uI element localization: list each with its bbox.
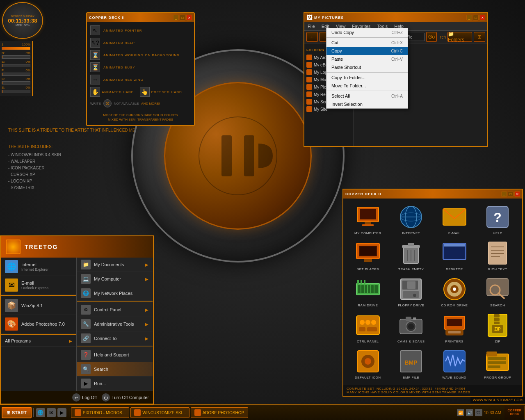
menu-internet[interactable]: 🌐 Internet Internet Explorer [1, 258, 76, 276]
svg-rect-65 [406, 317, 411, 321]
menu-run[interactable]: ▶ Run... [77, 377, 153, 391]
cursor-hand-row: ✋ ANIMATED HAND 👆 PRESSED HAND [90, 87, 191, 97]
ctx-copy-to-folder[interactable]: Copy To Folder... [326, 73, 408, 82]
stat-c: 1:100% [2, 43, 30, 50]
copper-bottom-footer: COMPLETE SET INCLUDING 16X16, 24X24, 32X… [343, 385, 522, 396]
menu-help-support[interactable]: ❓ Help and Support [77, 348, 153, 362]
my-network-icon: 🌐 [81, 288, 91, 298]
close-button-bottom[interactable]: ✕ [514, 191, 520, 197]
taskbar-item-wincustomize[interactable]: WINCUSTOMIZE SKI... [130, 407, 189, 418]
mp-close-button[interactable]: ✕ [479, 15, 485, 21]
menu-all-programs[interactable]: All Programs ▶ [1, 336, 76, 347]
mp-back-button[interactable]: ← [306, 32, 318, 42]
mp-folders-button[interactable]: 📁 Folders [447, 32, 472, 42]
menu-admin-tools[interactable]: 🔧 Administrative Tools ▶ [77, 317, 153, 331]
minimize-button-top[interactable]: _ [173, 15, 179, 21]
taskbar-item-photoshop[interactable]: ADOBE PHOTOSHOP [191, 407, 248, 418]
window-controls-bottom: _ □ ✕ [501, 191, 520, 197]
mp-menu-file[interactable]: File [306, 23, 317, 30]
menu-connect-to[interactable]: 🔗 Connect To ▶ [77, 331, 153, 346]
icon-wave-sound[interactable]: WAVE SOUND [433, 346, 476, 381]
menu-email[interactable]: ✉ E-mail Outlook Express [1, 276, 76, 294]
ctx-undo-copy[interactable]: Undo Copy Ctrl+Z [326, 28, 408, 37]
icon-ram-drive[interactable]: RAM DRIVE [347, 274, 389, 309]
ctx-paste-shortcut: Ctrl+V [391, 57, 403, 62]
ram-drive-icon [355, 276, 381, 302]
shutdown-button[interactable]: ⏻ Turn Off Computer [102, 393, 149, 402]
menu-my-documents[interactable]: 📁 My Documents ▶ [77, 258, 153, 272]
mp-minimize-button[interactable]: _ [466, 15, 472, 21]
maximize-button-bottom[interactable]: □ [508, 191, 514, 197]
mp-maximize-button[interactable]: □ [473, 15, 479, 21]
icon-my-computer[interactable]: MY COMPUTER [347, 202, 389, 237]
icon-search[interactable]: SEARCH [477, 274, 519, 309]
icon-rich-text[interactable]: RICH TEXT [477, 238, 519, 273]
wincustomize-label: WINCUSTOMIZE SKI... [142, 411, 185, 415]
ctx-paste-shortcut[interactable]: Paste Shortcut [326, 63, 408, 71]
taskbar-copper-logo: COPPERDECK [504, 406, 525, 420]
ql-ie-icon[interactable]: 🌐 [36, 408, 45, 417]
icon-net-places-label: NET PLACES [356, 267, 379, 271]
ctx-move-to-folder[interactable]: Move To Folder... [326, 82, 408, 90]
ctx-paste[interactable]: Paste Ctrl+V [326, 55, 408, 63]
tray-sound-icon[interactable]: 🔊 [466, 409, 473, 416]
mp-view-button[interactable]: ⊞ [474, 32, 485, 42]
ctx-separator-1 [326, 37, 408, 38]
ql-email-icon[interactable]: ✉ [47, 408, 56, 417]
menu-my-network[interactable]: 🌐 My Network Places [77, 286, 153, 301]
icon-default-icon[interactable]: DEFAULT ICON [347, 346, 389, 381]
taskbar-item-pixtudio[interactable]: PIXTUDIO - MICROS... [71, 407, 129, 418]
my-documents-label: My Documents [94, 262, 124, 267]
icon-internet[interactable]: INTERNET [390, 202, 433, 237]
logoff-icon: ↩ [72, 393, 80, 402]
ctx-undo-copy-label: Undo Copy [331, 30, 354, 35]
icon-help[interactable]: ? HELP [477, 202, 519, 237]
minimize-button-bottom[interactable]: _ [501, 191, 507, 197]
icon-ram-drive-label: RAM DRIVE [358, 304, 378, 307]
svg-point-59 [371, 320, 376, 325]
stats-panel: 1:100% D:0% E:0% F:0% G:0% S:0% [0, 41, 33, 96]
ctx-copy[interactable]: Copy Ctrl+C [326, 47, 408, 55]
ql-media-icon[interactable]: ▶ [57, 408, 66, 417]
start-menu-right: 📁 My Documents ▶ 💻 My Computer ▶ 🌐 My Ne… [77, 258, 153, 391]
icon-cdrom-drive[interactable]: CD ROM DRIVE [433, 274, 476, 309]
ctrl-panel-icon [355, 312, 381, 338]
icon-floppy-drive[interactable]: FLOPPY DRIVE [390, 274, 433, 309]
menu-photoshop[interactable]: 🎨 Adobe Photoshop 7.0 [1, 315, 76, 333]
icon-net-places[interactable]: NET PLACES [347, 238, 389, 273]
icon-trash-empty[interactable]: TRASH EMPTY [390, 238, 433, 273]
icon-ctrl-panel[interactable]: CTRL PANEL [347, 310, 389, 345]
icon-cams-scans-label: CAMS & SCANS [397, 340, 425, 343]
icon-zip[interactable]: ZIP ZIP [477, 310, 519, 345]
icon-email[interactable]: E-MAIL [433, 202, 476, 237]
icon-zip-label: ZIP [495, 340, 500, 343]
menu-control-panel[interactable]: ⚙ Control Panel ▶ [77, 303, 153, 317]
start-button[interactable]: ⊞ START [2, 407, 32, 418]
close-button-top[interactable]: ✕ [186, 15, 192, 21]
icon-prog-group[interactable]: PROGR GROUP [477, 346, 519, 381]
svg-rect-72 [494, 314, 500, 317]
tray-antivirus-icon[interactable]: 🛡 [475, 409, 482, 416]
ctx-invert-selection[interactable]: Invert Selection [326, 100, 408, 108]
copper-deck-top-titlebar[interactable]: COPPER DECK II _ □ ✕ [87, 13, 194, 22]
tray-network-icon[interactable]: 📶 [457, 409, 464, 416]
start-label: START [12, 410, 27, 415]
photoshop-taskbar-icon [194, 409, 201, 416]
menu-winzip[interactable]: 📦 WinZip 8.1 [1, 297, 76, 315]
menu-my-computer[interactable]: 💻 My Computer ▶ [77, 272, 153, 286]
ctx-cut[interactable]: Cut Ctrl+X [326, 39, 408, 47]
logoff-button[interactable]: ↩ Log Off [72, 393, 97, 402]
my-pictures-titlebar[interactable]: 🖼 MY PICTURES _ □ ✕ [304, 13, 487, 22]
net-places-icon [355, 240, 381, 266]
icon-printers[interactable]: PRINTERS [433, 310, 476, 345]
maximize-button-top[interactable]: □ [180, 15, 185, 21]
icon-bmp-file[interactable]: BMP BMP FILE [390, 346, 433, 381]
icon-desktop[interactable]: DESKTOP [433, 238, 476, 273]
mp-go-button[interactable]: Go [426, 32, 437, 42]
icon-cams-scans[interactable]: CAMS & SCANS [390, 310, 433, 345]
copper-deck-top-title: COPPER DECK II [89, 16, 125, 20]
icon-prog-group-label: PROGR GROUP [484, 376, 511, 379]
menu-search[interactable]: 🔍 Search [77, 362, 153, 377]
ctx-select-all[interactable]: Select All Ctrl+A [326, 92, 408, 100]
copper-deck-bottom-titlebar[interactable]: COPPER DECK II _ □ ✕ [343, 189, 522, 199]
